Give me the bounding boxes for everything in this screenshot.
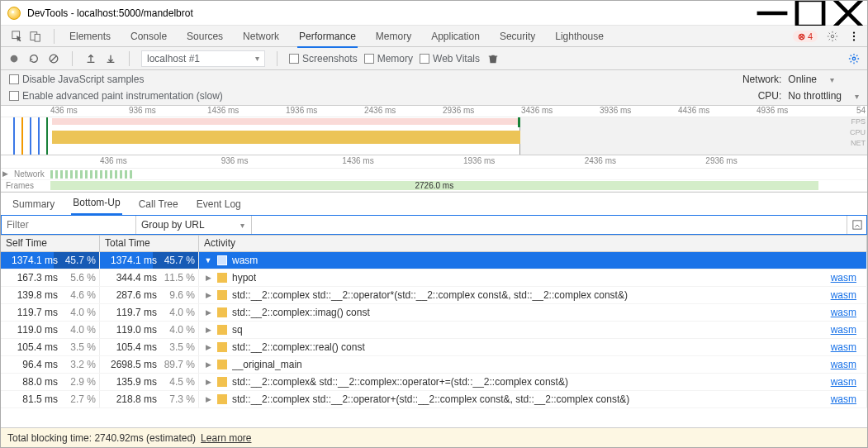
clear-icon[interactable] — [47, 52, 60, 65]
console-error-count[interactable]: 4 — [793, 31, 818, 42]
table-row[interactable]: 96.4 ms3.2 %2698.5 ms89.7 %▶__original_m… — [1, 356, 867, 374]
panel-tab-performance[interactable]: Performance — [289, 26, 366, 47]
bottom-up-filter-row: Group by URL — [1, 215, 867, 235]
window-maximize-button[interactable] — [791, 1, 829, 26]
group-by-select[interactable]: Group by URL — [136, 216, 252, 234]
status-bar: Total blocking time: 2740.92ms (estimate… — [1, 427, 867, 447]
total-ms-value: 1374.1 ms — [104, 255, 157, 266]
self-time-column-header[interactable]: Self Time — [1, 236, 100, 251]
cpu-throttling-select[interactable]: No throttling — [788, 90, 859, 102]
total-ms-value: 105.4 ms — [104, 341, 157, 353]
memory-checkbox[interactable]: Memory — [364, 53, 413, 64]
web-vitals-checkbox[interactable]: Web Vitals — [420, 53, 480, 64]
window-minimize-button[interactable] — [753, 1, 791, 26]
filter-input[interactable] — [2, 216, 136, 234]
self-pct-value: 45.7 % — [61, 255, 96, 266]
expand-caret-icon[interactable]: ▶ — [204, 274, 212, 282]
source-link[interactable]: wasm — [831, 272, 863, 284]
table-row[interactable]: 105.4 ms3.5 %105.4 ms3.5 %▶std::__2::com… — [1, 339, 867, 356]
expand-caret-icon[interactable]: ▶ — [204, 326, 212, 334]
panel-tab-memory[interactable]: Memory — [366, 26, 421, 47]
mid-tick: 1436 ms — [342, 156, 373, 165]
device-toolbar-icon[interactable] — [29, 30, 42, 43]
timeline-overview[interactable]: 436 ms936 ms1436 ms1936 ms2436 ms2936 ms… — [1, 106, 867, 155]
expand-caret-icon[interactable]: ▶ — [204, 360, 212, 369]
reload-icon[interactable] — [27, 52, 40, 65]
screenshots-checkbox[interactable]: Screenshots — [289, 53, 358, 64]
divider — [72, 51, 73, 66]
activity-column-header[interactable]: Activity — [199, 236, 867, 251]
profile-select[interactable]: localhost #1 — [141, 50, 265, 67]
table-row[interactable]: 81.5 ms2.7 %218.8 ms7.3 %▶std::__2::comp… — [1, 391, 867, 408]
download-profile-icon[interactable] — [104, 52, 117, 65]
table-body[interactable]: 1374.1 ms45.7 %1374.1 ms45.7 %▼wasm167.3… — [1, 252, 867, 427]
table-row[interactable]: 1374.1 ms45.7 %1374.1 ms45.7 %▼wasm — [1, 252, 867, 269]
table-row[interactable]: 119.0 ms4.0 %119.0 ms4.0 %▶sqwasm — [1, 322, 867, 339]
settings-gear-icon[interactable] — [826, 30, 839, 43]
source-link[interactable]: wasm — [831, 393, 863, 405]
total-time-cell: 105.4 ms3.5 % — [100, 339, 199, 355]
total-pct-value: 4.0 % — [160, 307, 195, 318]
timeline-flame-chart-area[interactable]: 436 ms936 ms1436 ms1936 ms2436 ms2936 ms… — [1, 155, 867, 193]
source-link[interactable]: wasm — [831, 324, 863, 336]
disable-js-samples-checkbox[interactable]: Disable JavaScript samples — [9, 74, 223, 85]
trash-icon[interactable] — [486, 52, 500, 65]
activity-label: sq — [232, 324, 243, 336]
source-link[interactable]: wasm — [831, 359, 863, 370]
expand-caret-icon[interactable]: ▶ — [204, 291, 212, 299]
source-link[interactable]: wasm — [831, 376, 863, 388]
window-close-button[interactable] — [829, 1, 867, 26]
source-link[interactable]: wasm — [831, 341, 863, 353]
expand-caret-icon[interactable]: ▶ — [204, 378, 212, 386]
expand-caret-icon[interactable]: ▶ — [204, 395, 212, 403]
panel-tab-lighthouse[interactable]: Lighthouse — [545, 26, 614, 47]
expand-caret-icon[interactable]: ▶ — [204, 343, 212, 351]
panel-tab-security[interactable]: Security — [490, 26, 545, 47]
frames-bar[interactable]: 2726.0 ms — [50, 181, 818, 190]
kebab-menu-icon[interactable] — [847, 30, 861, 43]
self-time-cell: 105.4 ms3.5 % — [1, 339, 100, 355]
record-icon[interactable] — [7, 52, 21, 65]
toggle-heavy-stack-icon[interactable] — [847, 216, 866, 234]
capture-settings-gear-icon[interactable] — [847, 52, 861, 65]
table-row[interactable]: 119.7 ms4.0 %119.7 ms4.0 %▶std::__2::com… — [1, 304, 867, 322]
divider — [129, 51, 130, 66]
total-time-cell: 218.8 ms7.3 % — [100, 391, 199, 407]
table-row[interactable]: 139.8 ms4.6 %287.6 ms9.6 %▶std::__2::com… — [1, 287, 867, 304]
panel-tab-elements[interactable]: Elements — [59, 26, 121, 47]
panel-tab-application[interactable]: Application — [421, 26, 490, 47]
source-link[interactable]: wasm — [831, 289, 863, 301]
table-row[interactable]: 88.0 ms2.9 %135.9 ms4.5 %▶std::__2::comp… — [1, 374, 867, 391]
panel-tab-console[interactable]: Console — [121, 26, 177, 47]
mid-tick: 2436 ms — [585, 156, 616, 165]
upload-profile-icon[interactable] — [84, 52, 97, 65]
network-track-row[interactable]: ▶Network — [1, 169, 867, 180]
total-pct-value: 45.7 % — [160, 255, 195, 266]
script-category-icon — [217, 290, 227, 300]
inspect-element-icon[interactable] — [11, 30, 24, 43]
learn-more-link[interactable]: Learn more — [201, 432, 251, 444]
script-category-icon — [217, 394, 227, 404]
activity-label: wasm — [232, 255, 258, 266]
subtab-summary[interactable]: Summary — [11, 193, 56, 215]
network-bars — [50, 170, 133, 179]
mid-tick: 1936 ms — [463, 156, 495, 165]
expand-caret-icon[interactable]: ▼ — [204, 256, 212, 265]
network-throttling-select[interactable]: Online — [788, 74, 859, 85]
checkbox-icon — [9, 91, 19, 101]
panel-tab-network[interactable]: Network — [233, 26, 289, 47]
self-ms-value: 81.5 ms — [5, 393, 58, 405]
total-time-column-header[interactable]: Total Time — [100, 236, 199, 251]
subtab-call-tree[interactable]: Call Tree — [137, 193, 180, 215]
table-row[interactable]: 167.3 ms5.6 %344.4 ms11.5 %▶hypotwasm — [1, 269, 867, 287]
expand-chevron-icon[interactable]: ▶ — [2, 169, 8, 178]
expand-caret-icon[interactable]: ▶ — [204, 308, 212, 317]
panel-tab-sources[interactable]: Sources — [177, 26, 233, 47]
enable-paint-instrumentation-checkbox[interactable]: Enable advanced paint instrumentation (s… — [9, 90, 223, 102]
overview-tick: 3436 ms — [521, 106, 553, 115]
source-link[interactable]: wasm — [831, 307, 863, 318]
subtab-bottom-up[interactable]: Bottom-Up — [71, 192, 121, 215]
subtab-event-log[interactable]: Event Log — [195, 193, 243, 215]
frames-track-row[interactable]: Frames 2726.0 ms — [1, 180, 867, 192]
total-ms-value: 218.8 ms — [104, 393, 157, 405]
